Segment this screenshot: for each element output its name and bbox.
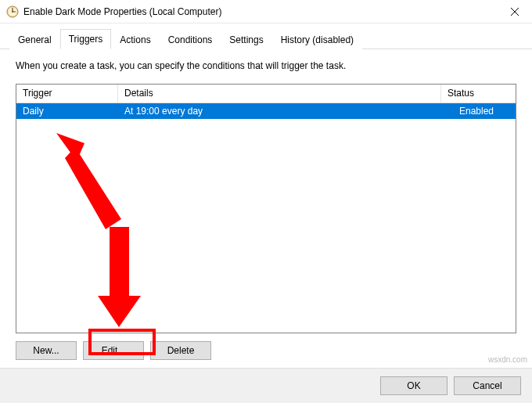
listview-body: Daily At 19:00 every day Enabled <box>16 103 516 333</box>
tab-content-triggers: When you create a task, you can specify … <box>0 49 532 368</box>
tab-strip: General Triggers Actions Conditions Sett… <box>0 23 532 49</box>
delete-button[interactable]: Delete <box>150 341 211 360</box>
list-item[interactable]: Daily At 19:00 every day Enabled <box>16 103 516 119</box>
column-header-trigger[interactable]: Trigger <box>16 85 118 103</box>
triggers-listview[interactable]: Trigger Details Status Daily At 19:00 ev… <box>16 84 516 333</box>
tab-actions[interactable]: Actions <box>111 30 159 49</box>
svg-point-4 <box>12 11 13 13</box>
titlebar: Enable Dark Mode Properties (Local Compu… <box>0 0 532 23</box>
listview-header: Trigger Details Status <box>16 85 516 103</box>
cancel-button[interactable]: Cancel <box>454 376 521 395</box>
trigger-actions-row: New... Edit... Delete <box>16 341 516 360</box>
edit-button[interactable]: Edit... <box>83 341 144 360</box>
tab-history[interactable]: History (disabled) <box>272 30 362 49</box>
new-button[interactable]: New... <box>16 341 77 360</box>
column-header-details[interactable]: Details <box>118 85 441 103</box>
tab-settings[interactable]: Settings <box>221 30 271 49</box>
window-title: Enable Dark Mode Properties (Local Compu… <box>23 6 497 17</box>
task-scheduler-icon <box>6 5 19 18</box>
tab-general[interactable]: General <box>9 30 60 49</box>
cell-trigger: Daily <box>16 104 118 118</box>
cell-details: At 19:00 every day <box>118 104 453 118</box>
close-icon <box>511 8 519 16</box>
dialog-button-row: OK Cancel <box>0 368 532 403</box>
close-button[interactable] <box>497 0 532 23</box>
description-text: When you create a task, you can specify … <box>16 60 516 71</box>
properties-dialog: Enable Dark Mode Properties (Local Compu… <box>0 0 532 403</box>
cell-status: Enabled <box>453 104 516 118</box>
ok-button[interactable]: OK <box>380 376 448 395</box>
column-header-status[interactable]: Status <box>441 85 516 103</box>
tab-triggers[interactable]: Triggers <box>60 29 112 49</box>
tab-conditions[interactable]: Conditions <box>160 30 221 49</box>
